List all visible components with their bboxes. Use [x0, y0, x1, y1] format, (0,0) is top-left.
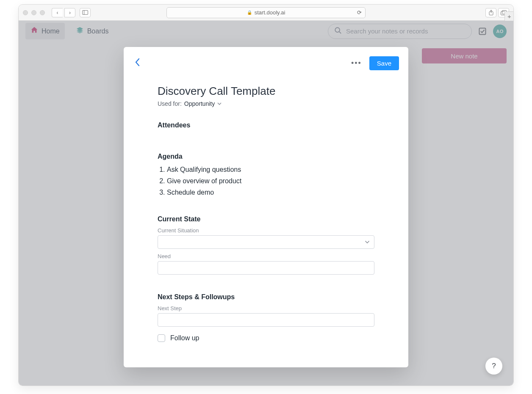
- refresh-icon[interactable]: ⟳: [357, 9, 362, 16]
- next-step-label: Next Step: [158, 305, 374, 311]
- back-button[interactable]: ‹: [52, 8, 63, 17]
- chevron-left-icon: [135, 58, 141, 67]
- used-for-selector[interactable]: Used for: Opportunity: [158, 100, 374, 107]
- titlebar: ‹ › 🔒 start.dooly.ai ⟳: [19, 5, 513, 21]
- browser-window: ‹ › 🔒 start.dooly.ai ⟳: [18, 4, 514, 386]
- app-viewport: Home Boards: [19, 21, 513, 386]
- follow-up-checkbox[interactable]: [158, 334, 165, 342]
- need-input[interactable]: [158, 261, 374, 275]
- help-button[interactable]: ?: [485, 358, 502, 375]
- section-agenda-heading: Agenda: [158, 153, 374, 160]
- address-bar[interactable]: 🔒 start.dooly.ai ⟳: [166, 7, 366, 18]
- section-next-steps-heading: Next Steps & Followups: [158, 293, 374, 301]
- used-for-type: Opportunity: [184, 100, 215, 107]
- new-tab-button[interactable]: +: [504, 11, 514, 21]
- sidebar-toggle-button[interactable]: [80, 8, 91, 17]
- nav-buttons: ‹ ›: [52, 8, 75, 17]
- address-bar-wrap: 🔒 start.dooly.ai ⟳: [166, 7, 366, 18]
- minimize-window-icon[interactable]: [31, 10, 36, 15]
- lock-icon: 🔒: [247, 10, 252, 15]
- modal-body: Discovery Call Template Used for: Opport…: [124, 73, 408, 342]
- follow-up-label: Follow up: [170, 334, 199, 342]
- current-situation-select[interactable]: [158, 235, 374, 249]
- back-button[interactable]: [133, 57, 142, 70]
- chevron-down-icon: [365, 239, 370, 245]
- sidebar-icon: [82, 10, 88, 15]
- more-menu-button[interactable]: •••: [351, 59, 362, 68]
- follow-up-row[interactable]: Follow up: [158, 334, 374, 342]
- maximize-window-icon[interactable]: [40, 10, 45, 15]
- modal-topbar: ••• Save: [124, 56, 408, 73]
- modal-actions: ••• Save: [351, 56, 399, 70]
- save-button[interactable]: Save: [369, 56, 399, 70]
- next-step-input[interactable]: [158, 313, 374, 327]
- need-label: Need: [158, 253, 374, 259]
- template-modal: ••• Save Discovery Call Template Used fo…: [124, 47, 408, 367]
- used-for-label: Used for:: [158, 100, 182, 107]
- section-attendees-heading: Attendees: [158, 121, 374, 129]
- share-icon: [489, 10, 493, 15]
- svg-rect-0: [83, 11, 88, 15]
- close-window-icon[interactable]: [23, 10, 28, 15]
- address-url: start.dooly.ai: [255, 9, 285, 16]
- share-button[interactable]: [485, 8, 496, 17]
- template-title: Discovery Call Template: [158, 85, 374, 98]
- chevron-down-icon: [217, 101, 222, 106]
- agenda-list: Ask Qualifying questions Give overview o…: [158, 164, 374, 198]
- section-current-state-heading: Current State: [158, 215, 374, 223]
- agenda-item: Schedule demo: [167, 187, 374, 198]
- agenda-item: Ask Qualifying questions: [167, 164, 374, 175]
- forward-button[interactable]: ›: [64, 8, 75, 17]
- agenda-item: Give overview of product: [167, 175, 374, 187]
- current-situation-label: Current Situation: [158, 227, 374, 234]
- help-icon: ?: [492, 362, 496, 370]
- traffic-lights: [23, 10, 45, 15]
